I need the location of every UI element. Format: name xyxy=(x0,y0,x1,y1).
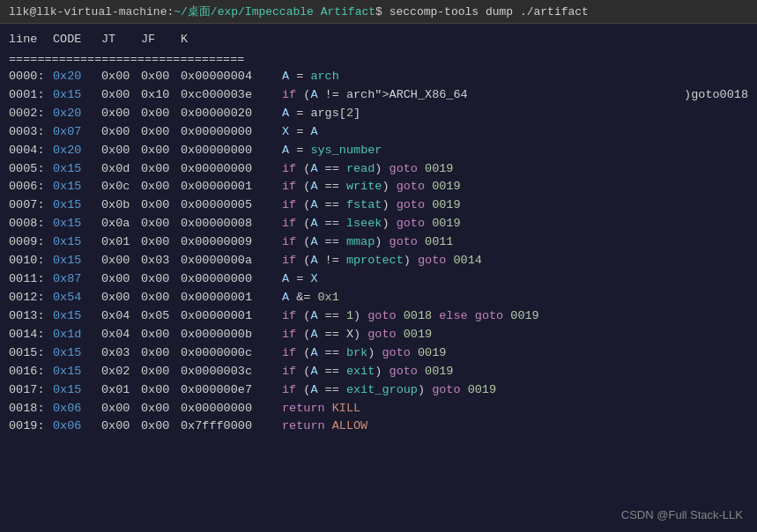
col-k: 0x0000000b xyxy=(181,326,282,344)
col-desc: if (A == X) goto 0019 xyxy=(282,326,748,344)
col-jt: 0x00 xyxy=(101,105,141,123)
col-jf: 0x00 xyxy=(141,417,181,436)
col-k: 0x00000001 xyxy=(181,307,282,326)
header-row: line CODE JT JF K xyxy=(9,29,748,51)
col-line: 0017: xyxy=(9,381,53,400)
terminal-content: line CODE JT JF K ======================… xyxy=(0,24,757,532)
col-k: 0xc000003e xyxy=(181,86,282,105)
col-code: 0x15 xyxy=(53,252,101,270)
col-jf: 0x00 xyxy=(141,123,181,142)
col-line: 0019: xyxy=(9,417,53,436)
col-code: 0x06 xyxy=(53,417,101,436)
col-desc: A = sys_number xyxy=(282,142,748,160)
col-line: 0003: xyxy=(9,123,53,142)
col-k: 0x000000e7 xyxy=(181,381,282,400)
table-row: 0004: 0x20 0x00 0x00 0x00000000 A = sys_… xyxy=(9,142,748,160)
col-line: 0009: xyxy=(9,233,53,252)
col-line: 0000: xyxy=(9,68,53,86)
col-code: 0x15 xyxy=(53,160,101,179)
table-row: 0012: 0x54 0x00 0x00 0x00000001 A &= 0x1 xyxy=(9,289,748,307)
col-jf: 0x00 xyxy=(141,289,181,307)
col-jt: 0x00 xyxy=(101,86,141,105)
col-desc: if (A == brk) goto 0019 xyxy=(282,344,748,363)
col-jt: 0x0c xyxy=(101,178,141,196)
col-jf: 0x03 xyxy=(141,252,181,270)
col-jt: 0x00 xyxy=(101,123,141,142)
col-jf: 0x00 xyxy=(141,142,181,160)
col-line: 0004: xyxy=(9,142,53,160)
col-desc: if (A == mmap) goto 0011 xyxy=(282,233,748,252)
col-code: 0x15 xyxy=(53,178,101,196)
col-code: 0x54 xyxy=(53,289,101,307)
col-desc: A = args[2] xyxy=(282,105,748,123)
header-code: CODE xyxy=(53,31,101,49)
col-desc: if (A == read) goto 0019 xyxy=(282,160,748,179)
col-k: 0x7fff0000 xyxy=(181,417,282,436)
col-desc: A = X xyxy=(282,270,748,289)
col-line: 0008: xyxy=(9,215,53,233)
table-row: 0014: 0x1d 0x04 0x00 0x0000000b if (A ==… xyxy=(9,326,748,344)
col-code: 0x15 xyxy=(53,363,101,381)
col-k: 0x0000003c xyxy=(181,363,282,381)
col-desc: if (A == exit_group) goto 0019 xyxy=(282,381,748,400)
col-desc: return ALLOW xyxy=(282,417,748,436)
table-row: 0019: 0x06 0x00 0x00 0x7fff0000 return A… xyxy=(9,417,748,436)
col-line: 0013: xyxy=(9,307,53,326)
col-jf: 0x00 xyxy=(141,270,181,289)
title-command: seccomp-tools dump ./artifact xyxy=(390,5,589,18)
col-desc: if (A == fstat) goto 0019 xyxy=(282,196,748,215)
table-row: 0013: 0x15 0x04 0x05 0x00000001 if (A ==… xyxy=(9,307,748,326)
col-desc: if (A == write) goto 0019 xyxy=(282,178,748,196)
col-code: 0x15 xyxy=(53,215,101,233)
col-jt: 0x01 xyxy=(101,381,141,400)
header-jf: JF xyxy=(141,31,181,49)
col-jf: 0x10 xyxy=(141,86,181,105)
col-line: 0012: xyxy=(9,289,53,307)
col-desc: A &= 0x1 xyxy=(282,289,748,307)
col-k: 0x00000000 xyxy=(181,270,282,289)
col-k: 0x00000004 xyxy=(181,68,282,86)
table-row: 0010: 0x15 0x00 0x03 0x0000000a if (A !=… xyxy=(9,252,748,270)
col-code: 0x07 xyxy=(53,123,101,142)
col-k: 0x00000001 xyxy=(181,178,282,196)
table-row: 0006: 0x15 0x0c 0x00 0x00000001 if (A ==… xyxy=(9,178,748,196)
col-line: 0015: xyxy=(9,344,53,363)
table-row: 0007: 0x15 0x0b 0x00 0x00000005 if (A ==… xyxy=(9,196,748,215)
col-jf: 0x00 xyxy=(141,233,181,252)
col-k: 0x0000000a xyxy=(181,252,282,270)
col-jt: 0x03 xyxy=(101,344,141,363)
col-k: 0x00000008 xyxy=(181,215,282,233)
table-row: 0018: 0x06 0x00 0x00 0x00000000 return K… xyxy=(9,400,748,418)
col-jt: 0x04 xyxy=(101,326,141,344)
header-line: line xyxy=(9,31,53,49)
col-jt: 0x00 xyxy=(101,400,141,418)
table-row: 0000: 0x20 0x00 0x00 0x00000004 A = arch xyxy=(9,68,748,86)
col-code: 0x1d xyxy=(53,326,101,344)
title-user: llk@llk-virtual-machine: xyxy=(9,5,174,18)
col-jf: 0x00 xyxy=(141,68,181,86)
header-k: K xyxy=(181,31,282,49)
terminal-window: llk@llk-virtual-machine:~/桌面/exp/Impecca… xyxy=(0,0,757,532)
col-jf: 0x05 xyxy=(141,307,181,326)
col-jt: 0x00 xyxy=(101,289,141,307)
col-jt: 0x00 xyxy=(101,252,141,270)
col-desc: return KILL xyxy=(282,400,748,418)
col-code: 0x20 xyxy=(53,142,101,160)
col-k: 0x00000009 xyxy=(181,233,282,252)
col-jt: 0x00 xyxy=(101,417,141,436)
col-code: 0x06 xyxy=(53,400,101,418)
col-line: 0010: xyxy=(9,252,53,270)
col-jf: 0x00 xyxy=(141,160,181,179)
divider-line: ================================= xyxy=(9,51,748,68)
col-k: 0x00000000 xyxy=(181,160,282,179)
code-rows: 0000: 0x20 0x00 0x00 0x00000004 A = arch… xyxy=(9,68,748,436)
col-k: 0x0000000c xyxy=(181,344,282,363)
col-code: 0x15 xyxy=(53,86,101,105)
col-jt: 0x00 xyxy=(101,270,141,289)
col-k: 0x00000000 xyxy=(181,400,282,418)
watermark: CSDN @Full Stack-LLK xyxy=(621,508,743,521)
col-jf: 0x00 xyxy=(141,344,181,363)
col-jt: 0x00 xyxy=(101,68,141,86)
table-row: 0011: 0x87 0x00 0x00 0x00000000 A = X xyxy=(9,270,748,289)
col-desc: if (A == exit) goto 0019 xyxy=(282,363,748,381)
